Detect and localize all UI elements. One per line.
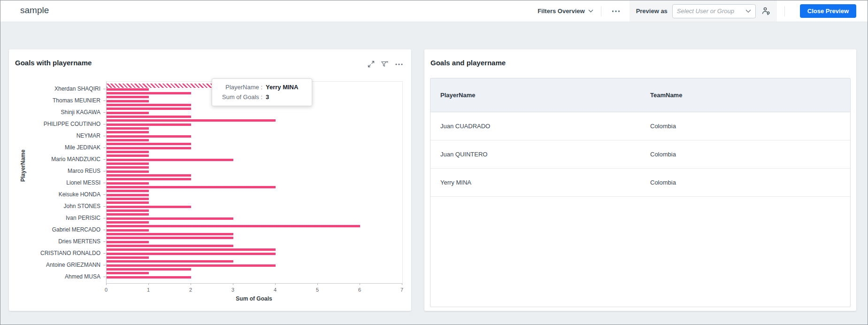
bar-ivan-perisic[interactable] <box>107 217 233 220</box>
bar[interactable] <box>107 221 149 224</box>
top-bar-actions: Filters Overview Preview as Select User … <box>538 0 856 22</box>
y-axis-title: PlayerName <box>20 149 26 182</box>
bar[interactable] <box>107 139 149 141</box>
x-tick-label: 1 <box>142 287 154 293</box>
table-row: Juan QUINTEROColombia <box>430 140 850 169</box>
y-tick <box>103 183 106 183</box>
bar-neymar[interactable] <box>107 135 191 138</box>
bar[interactable] <box>107 201 149 204</box>
y-axis-label: Dries MERTENS <box>35 238 100 245</box>
filters-overview-dropdown[interactable]: Filters Overview <box>538 8 593 15</box>
bar[interactable] <box>107 127 149 130</box>
bar[interactable] <box>107 178 191 180</box>
y-axis-label: PHILIPPE COUTINHO <box>35 121 100 127</box>
bar[interactable] <box>107 131 149 133</box>
user-group-select[interactable]: Select User or Group <box>672 4 756 18</box>
bar-thomas-meunier[interactable] <box>107 100 149 102</box>
bar[interactable] <box>107 213 149 216</box>
bar-gabriel-mercado[interactable] <box>107 229 149 232</box>
bar[interactable] <box>107 162 149 165</box>
x-tick <box>402 283 402 285</box>
y-tick <box>103 206 106 207</box>
tooltip-goals-value: 3 <box>266 92 306 102</box>
bar[interactable] <box>107 248 276 251</box>
table-header-row: PlayerName TeamName <box>430 78 850 112</box>
y-tick <box>103 194 106 195</box>
bar[interactable] <box>107 92 191 94</box>
bar[interactable] <box>107 245 233 247</box>
more-icon[interactable] <box>395 63 403 65</box>
bar[interactable] <box>107 174 191 177</box>
y-axis-label: Keisuke HONDA <box>35 191 100 198</box>
bar[interactable] <box>107 268 191 271</box>
y-tick <box>103 265 106 265</box>
close-preview-button[interactable]: Close Preview <box>800 4 856 18</box>
bar-john-stones[interactable] <box>107 206 191 208</box>
bar[interactable] <box>107 198 149 200</box>
bar-philippe-coutinho[interactable] <box>107 124 191 126</box>
y-axis-label: NEYMAR <box>35 132 100 139</box>
y-tick <box>103 124 106 124</box>
bar-mario-mandzukic[interactable] <box>107 159 233 161</box>
y-axis-label: Mile JEDINAK <box>35 144 100 151</box>
y-tick <box>103 230 106 230</box>
bar[interactable] <box>107 209 149 212</box>
bar[interactable] <box>107 225 360 227</box>
bar[interactable] <box>107 233 233 235</box>
x-tick <box>317 283 318 285</box>
y-tick <box>103 147 106 148</box>
bar[interactable] <box>107 151 149 153</box>
bar[interactable] <box>107 260 233 263</box>
bar[interactable] <box>107 104 191 106</box>
bar[interactable] <box>107 96 149 98</box>
bar-ahmed-musa[interactable] <box>107 276 191 279</box>
y-tick <box>103 171 106 171</box>
bar[interactable] <box>107 166 149 169</box>
more-options-button[interactable] <box>609 8 623 15</box>
bar[interactable] <box>107 256 149 259</box>
bar-marco-reus[interactable] <box>107 170 149 173</box>
divider <box>784 6 785 16</box>
bar-dries-mertens[interactable] <box>107 241 149 243</box>
bar-antoine-griezmann[interactable] <box>107 264 276 267</box>
remove-filter-icon[interactable] <box>381 61 389 68</box>
bar[interactable] <box>107 190 149 192</box>
bar-mile-jedinak[interactable] <box>107 147 191 149</box>
maximize-icon[interactable] <box>368 61 375 68</box>
table-header-playername[interactable]: PlayerName <box>430 92 640 99</box>
user-group-icon[interactable] <box>761 7 770 15</box>
dashboard-page: sample Filters Overview Preview as Selec… <box>0 0 868 325</box>
y-axis-label: Gabriel MERCADO <box>35 226 100 233</box>
y-axis-label: Thomas MEUNIER <box>35 97 100 104</box>
y-axis-label: Ahmed MUSA <box>35 273 100 280</box>
cell-playername: Juan QUINTERO <box>430 151 640 158</box>
bar-cristiano-ronaldo[interactable] <box>107 253 276 255</box>
y-tick <box>103 241 106 242</box>
bar[interactable] <box>107 272 149 274</box>
tooltip-goals-label: Sum of Goals : <box>217 92 266 102</box>
bar[interactable] <box>107 186 276 188</box>
table-row: Yerry MINAColombia <box>430 169 850 197</box>
cell-teamname: Colombia <box>640 123 850 130</box>
bar[interactable] <box>107 143 191 145</box>
x-tick <box>275 283 276 285</box>
bar[interactable] <box>107 155 149 157</box>
bar[interactable] <box>107 108 191 110</box>
x-tick <box>360 283 360 285</box>
bar-keisuke-honda[interactable] <box>107 194 149 196</box>
tooltip-player-value: Yerry MINA <box>266 82 306 92</box>
bar-lionel-messi[interactable] <box>107 182 149 185</box>
data-table: PlayerName TeamName Juan CUADRADOColombi… <box>430 78 851 307</box>
y-axis-label: Ivan PERISIC <box>35 215 100 221</box>
bar[interactable] <box>107 116 191 118</box>
bar[interactable] <box>107 119 276 122</box>
table-row: Juan CUADRADOColombia <box>430 112 850 140</box>
y-axis-label: CRISTIANO RONALDO <box>35 250 100 256</box>
table-header-teamname[interactable]: TeamName <box>640 92 850 99</box>
bar-xherdan-shaqiri[interactable] <box>107 88 149 91</box>
x-axis-title: Sum of Goals <box>106 295 402 302</box>
chevron-down-icon <box>745 9 751 13</box>
y-tick <box>103 89 106 89</box>
bar-shinji-kagawa[interactable] <box>107 112 149 114</box>
bar[interactable] <box>107 237 233 239</box>
